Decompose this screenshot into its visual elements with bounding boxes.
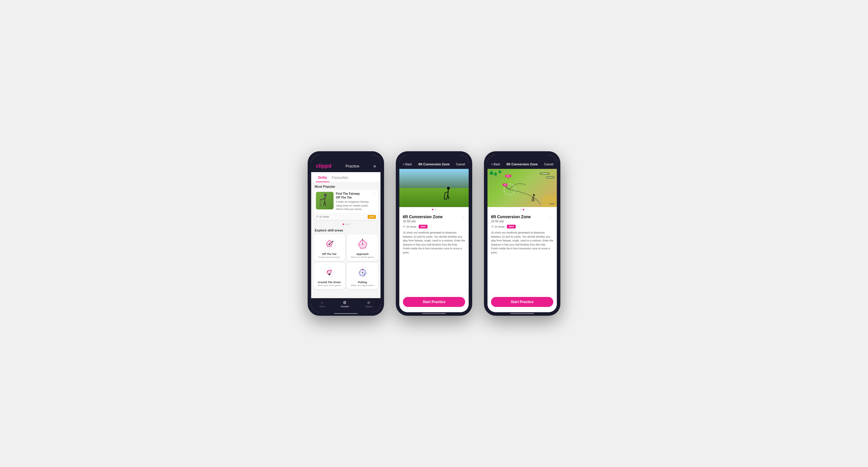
- clock-icon-detail: ⏱: [403, 225, 405, 228]
- drill-badge: ARG: [507, 225, 516, 229]
- home-bar: [422, 313, 446, 314]
- skill-desc-putting: Make and lag practice: [351, 284, 374, 287]
- app-logo: clippd: [316, 163, 332, 169]
- back-button[interactable]: < Back: [403, 163, 412, 166]
- svg-point-0: [324, 194, 327, 197]
- featured-drill-card[interactable]: Find The Fairway Off The Tee ☆ Create an…: [313, 190, 378, 220]
- drill-title-row: 6ft Conversion Zone ☆: [491, 214, 553, 219]
- clock-icon-detail: ⏱: [491, 225, 494, 228]
- svg-line-4: [322, 198, 325, 200]
- drill-badge: ARG: [419, 225, 428, 229]
- skill-grid: Off The Tee Power and accuracy: [311, 233, 380, 291]
- card-title: Find The Fairway: [336, 192, 360, 196]
- clock-icon: ⏱: [316, 215, 318, 218]
- svg-line-6: [320, 199, 320, 206]
- svg-line-1: [325, 197, 325, 201]
- drill-header-title: 6ft Conversion Zone: [418, 162, 450, 166]
- svg-point-31: [327, 271, 328, 272]
- drill-title-row: 6ft Conversion Zone ☆: [403, 214, 465, 219]
- skill-name-putting: Putting: [358, 281, 367, 284]
- shot-count: ⏱ 10 shots: [316, 215, 330, 218]
- skill-desc-approach: Dial-in to hit the green: [351, 256, 374, 259]
- drill-shots: ⏱ 20 shots: [403, 225, 416, 228]
- tab-favourites[interactable]: Favourites: [330, 174, 350, 182]
- nav-home[interactable]: ⌂ Home: [319, 300, 325, 307]
- drill-footer: Start Practice: [488, 294, 557, 312]
- drill-content: 6ft Conversion Zone ☆ 10-50 yds ⏱ 20 sho…: [488, 211, 557, 294]
- drill-description: 20 shots are randomly generated at dista…: [403, 231, 465, 255]
- phone-1-screen: clippd Practice ≡ Drills Favourites Most…: [311, 155, 380, 312]
- explore-label: Explore skill areas: [311, 226, 380, 233]
- drill-meta: ⏱ 20 shots ARG: [403, 225, 465, 229]
- card-info: Find The Fairway Off The Tee ☆ Create an…: [336, 192, 376, 211]
- cancel-button[interactable]: Cancel: [544, 163, 553, 166]
- svg-rect-47: [444, 199, 446, 199]
- drill-description: 20 shots are randomly generated at dista…: [491, 231, 553, 255]
- card-subtitle-line: Off The Tee: [336, 196, 360, 199]
- drill-title: 6ft Conversion Zone: [491, 214, 531, 219]
- drill-range: 10-50 yds: [403, 220, 465, 223]
- nav-activities-label: Activities: [341, 305, 349, 307]
- map-golfer: [532, 194, 536, 203]
- drill-meta: ⏱ 20 shots ARG: [491, 225, 553, 229]
- svg-line-44: [448, 195, 449, 199]
- svg-line-45: [445, 192, 448, 193]
- phone-3-screen: < Back 6ft Conversion Zone Cancel SAND F…: [488, 155, 557, 312]
- svg-line-3: [325, 201, 326, 206]
- drill-star[interactable]: ☆: [462, 214, 465, 219]
- menu-icon[interactable]: ≡: [373, 164, 376, 169]
- app-header: clippd Practice ≡: [311, 155, 380, 172]
- card-footer: ⏱ 10 shots OTT: [313, 213, 378, 220]
- golfer-icon: [319, 193, 331, 209]
- home-icon: ⌂: [321, 300, 323, 305]
- tab-drills[interactable]: Drills: [316, 174, 330, 182]
- drill-content: 6ft Conversion Zone ☆ 10-50 yds ⏱ 20 sho…: [399, 211, 469, 294]
- home-bar: [334, 313, 358, 314]
- nav-activities[interactable]: ⚙ Activities: [341, 300, 349, 307]
- skill-card-approach[interactable]: Approach Dial-in to hit the green: [347, 234, 378, 261]
- card-inner: Find The Fairway Off The Tee ☆ Create an…: [313, 190, 378, 213]
- main-content: Most Popular: [311, 182, 380, 298]
- card-description: Create an imaginary fairway using trees …: [336, 200, 376, 211]
- start-practice-button[interactable]: Start Practice: [491, 297, 553, 307]
- skill-name-atg: Around The Green: [318, 281, 341, 284]
- drill-header-title: 6ft Conversion Zone: [506, 162, 538, 166]
- back-button[interactable]: < Back: [491, 163, 500, 166]
- card-titles: Find The Fairway Off The Tee: [336, 192, 360, 199]
- tree-3: 🌲: [498, 170, 502, 174]
- image-dots: [488, 207, 557, 211]
- drill-star[interactable]: ☆: [550, 214, 553, 219]
- tab-bar: Drills Favourites: [311, 172, 380, 182]
- skill-desc-ott: Power and accuracy: [318, 256, 340, 259]
- drill-title: 6ft Conversion Zone: [403, 214, 442, 219]
- capture-icon: ⊕: [367, 300, 371, 305]
- drill-photo: [399, 169, 469, 207]
- drill-footer: Start Practice: [399, 294, 469, 312]
- svg-point-32: [331, 270, 332, 271]
- atg-icon: [322, 266, 336, 279]
- dot-1: [432, 209, 433, 210]
- start-practice-button[interactable]: Start Practice: [403, 297, 465, 307]
- dot-2: [435, 209, 436, 210]
- cancel-button[interactable]: Cancel: [456, 163, 465, 166]
- nav-capture[interactable]: ⊕ Capture: [365, 300, 373, 307]
- svg-point-30: [329, 273, 330, 275]
- ott-icon: [322, 237, 336, 252]
- dot-1: [520, 209, 522, 210]
- svg-point-48: [533, 194, 535, 196]
- svg-point-40: [364, 274, 365, 275]
- svg-line-52: [532, 197, 534, 198]
- bottom-nav: ⌂ Home ⚙ Activities ⊕ Capture: [311, 298, 380, 312]
- putting-icon: [355, 266, 370, 279]
- svg-line-42: [448, 190, 448, 195]
- skill-card-atg[interactable]: Around The Green Hone your short game: [313, 263, 345, 289]
- card-title-row: Find The Fairway Off The Tee ☆: [336, 192, 376, 199]
- favourite-star[interactable]: ☆: [373, 192, 376, 195]
- category-badge: OTT: [368, 215, 376, 219]
- skill-card-putting[interactable]: Putting Make and lag practice: [347, 263, 378, 289]
- tree-2: 🌲: [493, 172, 498, 176]
- phone-1: clippd Practice ≡ Drills Favourites Most…: [308, 151, 384, 316]
- drill-range: 10-50 yds: [491, 220, 553, 223]
- skill-card-ott[interactable]: Off The Tee Power and accuracy: [313, 234, 345, 261]
- svg-line-46: [444, 193, 445, 199]
